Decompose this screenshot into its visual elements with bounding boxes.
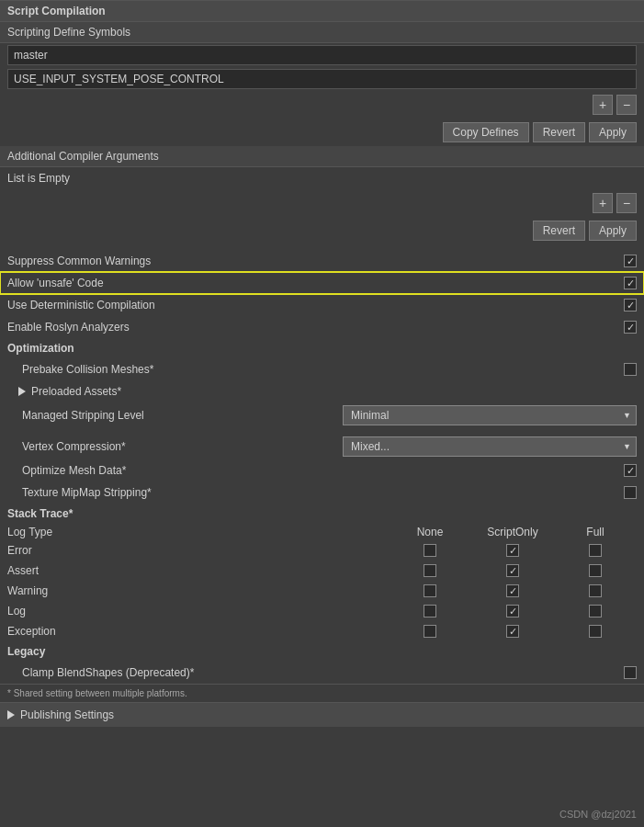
assert-scriptonly-checkbox[interactable]: [506, 564, 519, 577]
additional-compiler-label: Additional Compiler Arguments: [0, 146, 644, 167]
vertex-compression-select-wrapper: Mixed... None Everything: [343, 436, 637, 457]
optimize-mesh-checkbox[interactable]: [624, 464, 637, 477]
stack-row-error: Error: [0, 540, 644, 561]
warning-none-checkbox[interactable]: [424, 584, 436, 597]
watermark: CSDN @dzj2021: [559, 809, 637, 820]
optimize-mesh-label: Optimize Mesh Data*: [22, 464, 624, 477]
toolbar-row-2: Copy Defines Revert Apply: [0, 119, 644, 146]
shared-setting-note: * Shared setting between multiple platfo…: [0, 684, 644, 702]
roslyn-analyzers-row: Enable Roslyn Analyzers: [0, 316, 644, 338]
log-none-checkbox[interactable]: [424, 605, 436, 617]
vertex-compression-label: Vertex Compression*: [22, 440, 343, 453]
deterministic-compilation-label: Use Deterministic Compilation: [7, 299, 624, 312]
managed-stripping-select[interactable]: Disabled Minimal Low Medium High: [343, 405, 637, 425]
warning-scriptonly-checkbox[interactable]: [506, 584, 519, 597]
stack-row-assert: Assert: [0, 561, 644, 581]
revert-button-1[interactable]: Revert: [533, 122, 585, 142]
exception-scriptonly-checkbox[interactable]: [506, 625, 519, 638]
script-compilation-header: Script Compilation: [0, 0, 644, 22]
toolbar-row-4: Revert Apply: [0, 217, 644, 244]
stack-trace-col-headers: Log Type None ScriptOnly Full: [0, 524, 644, 540]
panel: Script Compilation Scripting Define Symb…: [0, 0, 644, 727]
roslyn-analyzers-label: Enable Roslyn Analyzers: [7, 321, 624, 334]
assert-none-checkbox[interactable]: [424, 564, 436, 577]
managed-stripping-select-wrapper: Disabled Minimal Low Medium High: [343, 405, 637, 425]
list-empty-label: List is Empty: [7, 172, 637, 185]
stack-warning-label: Warning: [7, 584, 389, 597]
full-header: Full: [554, 526, 637, 538]
log-scriptonly-checkbox[interactable]: [506, 605, 519, 617]
warning-full-checkbox[interactable]: [589, 584, 602, 597]
toolbar-row-1: + −: [0, 91, 644, 119]
optimization-label: Optimization: [0, 338, 644, 358]
texture-mipmap-label: Texture MipMap Stripping*: [22, 486, 624, 499]
managed-stripping-row: Managed Stripping Level Disabled Minimal…: [0, 402, 644, 428]
remove-define-button[interactable]: −: [616, 95, 637, 115]
publishing-triangle: [7, 710, 15, 719]
toolbar-row-3: + −: [0, 189, 644, 217]
suppress-warnings-row: Suppress Common Warnings: [0, 250, 644, 272]
deterministic-compilation-row: Use Deterministic Compilation: [0, 294, 644, 316]
preloaded-assets-triangle[interactable]: [18, 387, 26, 396]
apply-button-2[interactable]: Apply: [589, 221, 637, 241]
assert-full-checkbox[interactable]: [589, 564, 602, 577]
vertex-compression-select[interactable]: Mixed... None Everything: [343, 436, 637, 457]
error-none-checkbox[interactable]: [424, 544, 436, 557]
prebake-collision-checkbox[interactable]: [624, 363, 637, 376]
define-input-1[interactable]: [7, 45, 637, 65]
clamp-blendshapes-checkbox[interactable]: [624, 666, 637, 679]
exception-none-checkbox[interactable]: [424, 625, 436, 638]
apply-button-1[interactable]: Apply: [589, 122, 637, 142]
script-compilation-label: Script Compilation: [7, 5, 106, 17]
prebake-collision-label: Prebake Collision Meshes*: [22, 363, 624, 376]
error-scriptonly-checkbox[interactable]: [506, 544, 519, 557]
stack-row-warning: Warning: [0, 581, 644, 601]
scripting-define-symbols-label: Scripting Define Symbols: [0, 22, 644, 43]
vertex-compression-row: Vertex Compression* Mixed... None Everyt…: [0, 434, 644, 459]
stack-exception-label: Exception: [7, 625, 389, 638]
stack-trace-label: Stack Trace*: [0, 504, 644, 524]
clamp-blendshapes-label: Clamp BlendShapes (Deprecated)*: [22, 666, 624, 679]
remove-compiler-arg-button[interactable]: −: [616, 193, 637, 213]
define-input-row-1: [0, 43, 644, 67]
stack-row-log: Log: [0, 601, 644, 621]
copy-defines-button[interactable]: Copy Defines: [443, 122, 529, 142]
managed-stripping-label: Managed Stripping Level: [22, 409, 343, 422]
none-header: None: [389, 526, 471, 538]
stack-error-label: Error: [7, 544, 389, 557]
prebake-collision-row: Prebake Collision Meshes*: [0, 358, 644, 380]
deterministic-compilation-checkbox[interactable]: [624, 299, 637, 312]
add-define-button[interactable]: +: [593, 95, 613, 115]
error-full-checkbox[interactable]: [589, 544, 602, 557]
texture-mipmap-checkbox[interactable]: [624, 486, 637, 499]
legacy-label: Legacy: [0, 641, 644, 662]
stack-log-label: Log: [7, 605, 389, 617]
allow-unsafe-code-checkbox[interactable]: [624, 277, 637, 289]
preloaded-assets-label: Preloaded Assets*: [31, 385, 637, 398]
optimize-mesh-row: Optimize Mesh Data*: [0, 459, 644, 481]
define-input-row-2: [0, 67, 644, 91]
allow-unsafe-code-label: Allow 'unsafe' Code: [7, 277, 624, 289]
suppress-warnings-checkbox[interactable]: [624, 255, 637, 267]
exception-full-checkbox[interactable]: [589, 625, 602, 638]
publishing-settings-label: Publishing Settings: [20, 708, 114, 721]
clamp-blendshapes-row: Clamp BlendShapes (Deprecated)*: [0, 662, 644, 684]
log-type-header: Log Type: [7, 526, 389, 538]
texture-mipmap-row: Texture MipMap Stripping*: [0, 481, 644, 504]
revert-button-2[interactable]: Revert: [533, 221, 585, 241]
script-only-header: ScriptOnly: [471, 526, 554, 538]
define-input-2[interactable]: [7, 69, 637, 89]
allow-unsafe-code-row: Allow 'unsafe' Code: [0, 272, 644, 294]
roslyn-analyzers-checkbox[interactable]: [624, 321, 637, 334]
stack-assert-label: Assert: [7, 564, 389, 577]
list-is-empty-row: List is Empty: [0, 167, 644, 189]
add-compiler-arg-button[interactable]: +: [593, 193, 613, 213]
log-full-checkbox[interactable]: [589, 605, 602, 617]
publishing-settings-section[interactable]: Publishing Settings: [0, 702, 644, 727]
stack-row-exception: Exception: [0, 621, 644, 641]
preloaded-assets-row: Preloaded Assets*: [0, 380, 644, 402]
suppress-warnings-label: Suppress Common Warnings: [7, 255, 624, 267]
